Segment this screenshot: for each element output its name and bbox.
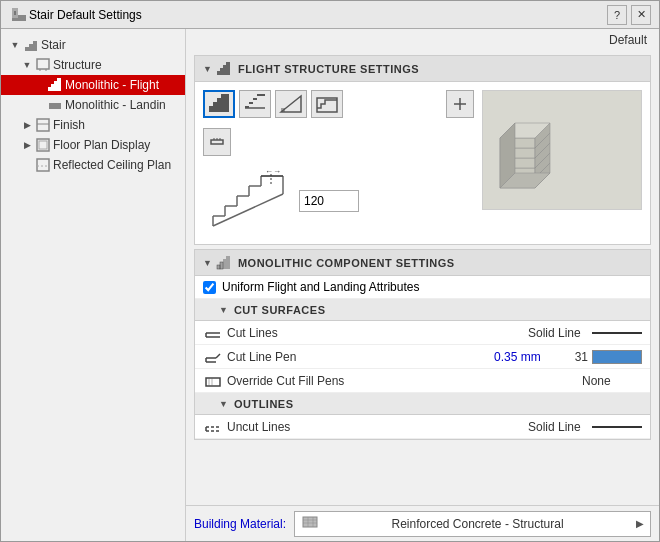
stair-preview [482, 90, 642, 210]
svg-rect-26 [213, 102, 217, 112]
tree-item-monolithic-landing[interactable]: Monolithic - Landin [1, 95, 185, 115]
mono-landing-icon [47, 97, 63, 113]
svg-rect-35 [281, 108, 285, 112]
svg-rect-19 [37, 159, 49, 171]
align-btn[interactable] [446, 90, 474, 118]
expand-finish[interactable] [21, 119, 33, 131]
outlines-header: ▼ OUTLINES [195, 393, 650, 415]
tree-item-structure[interactable]: Structure [1, 55, 185, 75]
override-cut-value: None [582, 374, 642, 388]
help-button[interactable]: ? [607, 5, 627, 25]
svg-text:←→: ←→ [265, 167, 281, 176]
structure-icon [35, 57, 51, 73]
cut-surfaces-collapse[interactable]: ▼ [219, 305, 228, 315]
uniform-checkbox[interactable] [203, 281, 216, 294]
tree-panel: Stair Structure [1, 29, 186, 541]
flight-collapse-icon[interactable]: ▼ [203, 64, 212, 74]
monolithic-collapse-icon[interactable]: ▼ [203, 258, 212, 268]
svg-rect-12 [54, 81, 57, 91]
svg-rect-7 [37, 59, 49, 69]
monolithic-body: Uniform Flight and Landing Attributes ▼ … [194, 275, 651, 440]
monolithic-header: ▼ MONOLITHIC COMPONENT SETTINGS [194, 249, 651, 275]
reflected-label: Reflected Ceiling Plan [53, 158, 171, 172]
flight-value-input[interactable] [299, 190, 359, 212]
svg-rect-15 [37, 119, 49, 131]
svg-rect-90 [303, 517, 317, 527]
expand-floor-plan[interactable] [21, 139, 33, 151]
close-button[interactable]: ✕ [631, 5, 651, 25]
svg-rect-11 [51, 84, 54, 91]
uncut-lines-label: Uncut Lines [227, 420, 528, 434]
flight-type-btn-2[interactable] [239, 90, 271, 118]
title-bar-buttons: ? ✕ [607, 5, 651, 25]
measure-btn[interactable] [203, 128, 231, 156]
svg-rect-5 [29, 44, 33, 51]
tree-item-reflected-ceiling[interactable]: Reflected Ceiling Plan [1, 155, 185, 175]
cut-surfaces-title: CUT SURFACES [234, 304, 326, 316]
flight-section-header: ▼ FLIGHT STRUCTURE SETTINGS [195, 56, 650, 82]
svg-rect-28 [221, 94, 229, 112]
outlines-collapse[interactable]: ▼ [219, 399, 228, 409]
outlines-title: OUTLINES [234, 398, 294, 410]
svg-rect-4 [25, 47, 29, 51]
default-label: Default [186, 29, 659, 51]
override-cut-label: Override Cut Fill Pens [227, 374, 582, 388]
flight-structure-panel: ▼ FLIGHT STRUCTURE SETTINGS [194, 55, 651, 245]
tree-item-stair[interactable]: Stair [1, 35, 185, 55]
structure-label: Structure [53, 58, 102, 72]
cut-pen-label: Cut Line Pen [227, 350, 494, 364]
svg-rect-21 [217, 71, 220, 75]
svg-line-53 [213, 194, 283, 226]
override-icon [203, 372, 223, 390]
svg-rect-71 [217, 265, 220, 269]
right-panel: Default ▼ FLIGHT STRUCTURE SETTINGS [186, 29, 659, 541]
cut-pen-icon [203, 348, 223, 366]
floor-plan-label: Floor Plan Display [53, 138, 150, 152]
finish-icon [35, 117, 51, 133]
bottom-bar: Building Material: Reinforced Concrete -… [186, 505, 659, 541]
svg-rect-10 [48, 87, 51, 91]
flight-buttons-row [203, 90, 474, 118]
stair-preview-svg [485, 93, 640, 208]
dialog-icon [11, 7, 27, 23]
flight-type-btn-3[interactable] [275, 90, 307, 118]
override-cut-row: Override Cut Fill Pens None [195, 369, 650, 393]
uncut-lines-row: Uncut Lines Solid Line [195, 415, 650, 439]
svg-rect-32 [257, 94, 265, 96]
svg-rect-39 [211, 140, 223, 144]
content-area: Stair Structure [1, 29, 659, 541]
svg-rect-13 [57, 78, 61, 91]
flight-type-btn-1[interactable] [203, 90, 235, 118]
flight-structure-content: ←→ [195, 82, 650, 244]
svg-rect-27 [217, 98, 221, 112]
svg-rect-24 [226, 62, 230, 75]
expand-structure[interactable] [21, 59, 33, 71]
uncut-lines-value: Solid Line [528, 420, 588, 434]
expand-stair[interactable] [9, 39, 21, 51]
cut-surfaces-header: ▼ CUT SURFACES [195, 299, 650, 321]
svg-rect-18 [39, 141, 47, 149]
flight-type-btn-4[interactable] [311, 90, 343, 118]
mono-landing-label: Monolithic - Landin [65, 98, 166, 112]
tree-item-monolithic-flight[interactable]: Monolithic - Flight [1, 75, 185, 95]
cut-lines-sample [592, 332, 642, 334]
reflected-icon [35, 157, 51, 173]
stair-icon [23, 37, 39, 53]
cut-pen-value: 0.35 mm [494, 350, 554, 364]
floor-plan-icon [35, 137, 51, 153]
svg-rect-74 [226, 256, 230, 269]
building-material-arrow: ▶ [636, 518, 644, 529]
cut-lines-value: Solid Line [528, 326, 588, 340]
cut-lines-row: Cut Lines Solid Line [195, 321, 650, 345]
svg-rect-23 [223, 65, 226, 75]
monolithic-section: ▼ MONOLITHIC COMPONENT SETTINGS [194, 249, 651, 501]
building-material-btn[interactable]: Reinforced Concrete - Structural ▶ [294, 511, 651, 537]
building-material-value: Reinforced Concrete - Structural [325, 517, 630, 531]
tree-item-floor-plan[interactable]: Floor Plan Display [1, 135, 185, 155]
tree-item-finish[interactable]: Finish [1, 115, 185, 135]
title-bar: Stair Default Settings ? ✕ [1, 1, 659, 29]
uncut-lines-sample [592, 426, 642, 428]
svg-rect-31 [253, 98, 257, 100]
svg-rect-73 [223, 259, 226, 269]
flight-section-title: FLIGHT STRUCTURE SETTINGS [238, 63, 419, 75]
